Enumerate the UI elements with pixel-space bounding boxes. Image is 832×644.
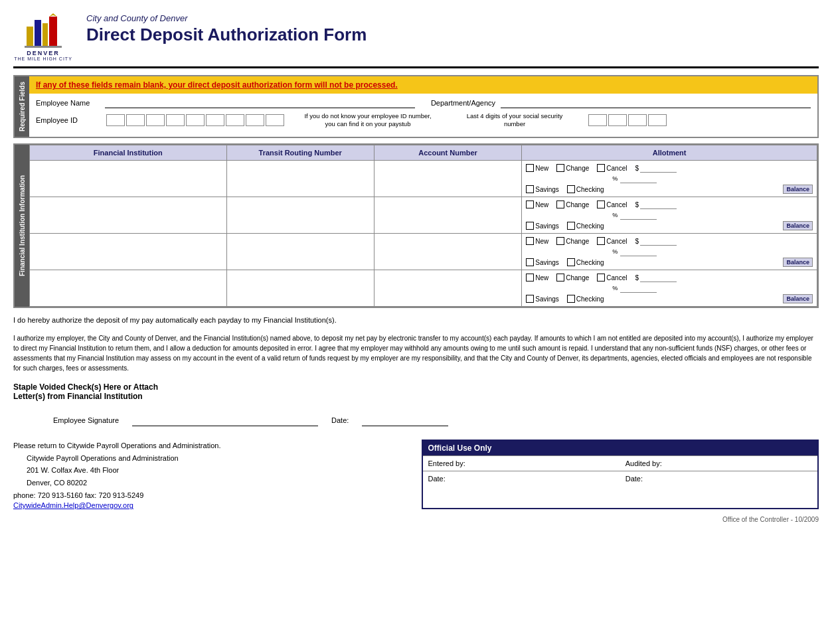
audited-by-label: Audited by: [620,455,817,471]
pct-input-2[interactable] [620,247,657,256]
denver-sub: THE MILE HIGH CITY [14,56,72,61]
change-checkbox-0[interactable] [556,164,564,172]
city-county-label: City and County of Denver [86,13,367,23]
transit-cell-3[interactable] [226,270,374,307]
emp-id-box-2[interactable] [126,114,145,126]
checking-checkbox-1[interactable] [567,222,575,230]
ssn-box-4[interactable] [648,114,667,126]
pct-label-1: % [612,212,618,218]
svg-rect-5 [25,46,62,48]
emp-id-box-4[interactable] [166,114,185,126]
svg-rect-2 [42,23,48,46]
dollar-amount-input-0[interactable] [640,163,677,173]
savings-checkbox-3[interactable] [526,295,534,303]
checking-checkbox-2[interactable] [567,258,575,266]
ssn-box-1[interactable] [588,114,607,126]
sig-label: Employee Signature [53,416,119,424]
account-cell-2[interactable] [374,234,521,270]
new-checkbox-2[interactable] [526,237,534,245]
dollar-amount-input-3[interactable] [640,273,677,282]
date-label: Date: [331,416,349,424]
transit-cell-1[interactable] [226,197,374,234]
transit-cell-2[interactable] [226,234,374,270]
return-email[interactable]: CitywideAdmin.Help@Denvergov.org [13,501,133,509]
dept-agency-input[interactable] [501,98,811,108]
dollar-amount-input-2[interactable] [640,236,677,246]
emp-id-box-8[interactable] [246,114,264,126]
cancel-checkbox-3[interactable] [597,274,605,282]
new-label-1: New [535,201,548,208]
employee-name-input[interactable] [105,98,415,108]
cancel-checkbox-2[interactable] [597,237,605,245]
account-cell-1[interactable] [374,197,521,234]
balance-button-2[interactable]: Balance [783,258,813,267]
fi-name-cell-2[interactable] [30,234,227,270]
emp-id-box-3[interactable] [146,114,165,126]
balance-button-3[interactable]: Balance [783,294,813,303]
fi-name-cell-0[interactable] [30,161,227,197]
emp-id-box-1[interactable] [106,114,125,126]
emp-id-box-9[interactable] [266,114,284,126]
employee-signature-input[interactable] [132,414,318,426]
staple-line2: Letter(s) from Financial Institution [13,392,819,401]
change-checkbox-1[interactable] [556,201,564,208]
dollar-sign-1: $ [635,201,639,208]
denver-text: DENVER [27,50,60,56]
change-label-3: Change [566,274,589,282]
return-line2: Citywide Payroll Operations and Administ… [27,452,408,465]
allotment-top-2: New Change Cancel $ [526,236,813,246]
pct-input-1[interactable] [620,210,657,220]
title-area: City and County of Denver Direct Deposit… [86,13,367,45]
emp-id-box-6[interactable] [206,114,224,126]
emp-id-box-7[interactable] [226,114,244,126]
savings-checkbox-1[interactable] [526,222,534,230]
account-cell-3[interactable] [374,270,521,307]
fi-name-cell-1[interactable] [30,197,227,234]
emp-id-box-5[interactable] [186,114,205,126]
return-section: Please return to Citywide Payroll Operat… [13,440,819,509]
required-fields-grid: Employee Name Department/Agency Employee… [29,94,817,135]
balance-button-1[interactable]: Balance [783,221,813,230]
page-footer: Office of the Controller - 10/2009 [13,516,819,523]
new-label-2: New [535,238,548,245]
ssn-box-2[interactable] [608,114,627,126]
entered-by-label: Entered by: [423,455,620,471]
change-checkbox-3[interactable] [556,274,564,282]
ssn-boxes [588,114,667,126]
auth-para: I authorize my employer, the City and Co… [13,333,819,373]
signature-date-input[interactable] [362,414,448,426]
allotment-top-1: New Change Cancel $ [526,200,813,209]
allotment-bottom-1: Savings Checking Balance [526,221,813,230]
allotment-cell-1: New Change Cancel $ % Savi [522,197,817,234]
checking-checkbox-3[interactable] [567,295,575,303]
required-fields-label: Required Fields [15,76,29,137]
svg-rect-1 [35,20,41,46]
change-checkbox-2[interactable] [556,237,564,245]
name-dept-row: Employee Name Department/Agency [36,98,811,108]
fi-name-cell-3[interactable] [30,270,227,307]
pct-label-3: % [612,285,618,291]
transit-cell-0[interactable] [226,161,374,197]
required-section: Required Fields If any of these fields r… [13,75,819,138]
balance-button-0[interactable]: Balance [783,185,813,194]
auth-line1: I do hereby authorize the deposit of my … [13,316,819,324]
checking-label-0: Checking [576,186,604,193]
checking-checkbox-0[interactable] [567,185,575,193]
new-checkbox-0[interactable] [526,164,534,172]
cancel-checkbox-1[interactable] [597,201,605,208]
ssn-box-3[interactable] [628,114,647,126]
pct-input-3[interactable] [620,283,657,293]
savings-label-0: Savings [535,186,559,193]
account-cell-0[interactable] [374,161,521,197]
employee-id-label: Employee ID [36,116,102,124]
fi-row-0: New Change Cancel $ % Savi [30,161,817,197]
cancel-checkbox-0[interactable] [597,164,605,172]
pct-input-0[interactable] [620,174,657,183]
new-checkbox-1[interactable] [526,201,534,208]
staple-note: Staple Voided Check(s) Here or Attach Le… [13,382,819,401]
savings-checkbox-0[interactable] [526,185,534,193]
new-checkbox-3[interactable] [526,274,534,282]
savings-checkbox-2[interactable] [526,258,534,266]
dollar-amount-input-1[interactable] [640,200,677,209]
cancel-label-3: Cancel [606,274,627,282]
